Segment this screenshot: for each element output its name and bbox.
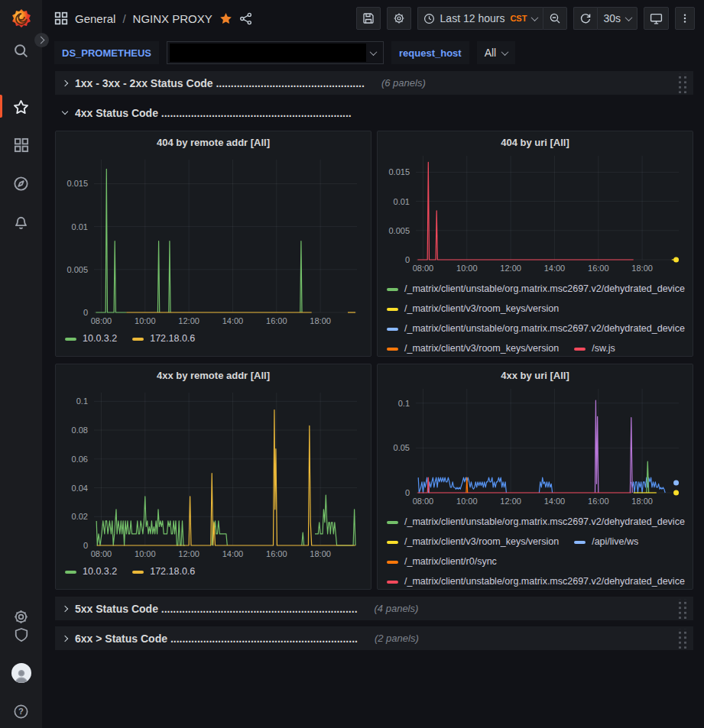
series-line xyxy=(595,400,599,493)
chart-svg: 00.050.108:0010:0012:0014:0016:0018:00 xyxy=(382,383,688,510)
panel-title[interactable]: 4xx by uri [All] xyxy=(378,364,693,383)
star-icon xyxy=(13,99,29,115)
chevron-down-icon xyxy=(62,108,68,115)
panel-title[interactable]: 404 by remote addr [All] xyxy=(56,131,371,154)
legend-label: /_matrix/client/v3/room_keys/version xyxy=(404,341,559,356)
breadcrumb-section[interactable]: General xyxy=(75,12,115,25)
compass-icon xyxy=(13,176,29,192)
legend-item[interactable]: /api/live/ws xyxy=(574,535,638,549)
search-icon xyxy=(13,43,29,59)
sidebar-item-dashboards[interactable] xyxy=(0,136,42,154)
gear-icon xyxy=(393,12,405,24)
zoom-out-button[interactable] xyxy=(543,7,567,30)
legend-item[interactable]: /_matrix/client/unstable/org.matrix.msc2… xyxy=(387,322,685,336)
x-axis-tick-label: 16:00 xyxy=(588,497,609,506)
sidebar-item-settings[interactable] xyxy=(0,607,42,626)
legend-item[interactable]: /_matrix/client/r0/sync xyxy=(387,555,497,569)
panel-4xx-by-uri: 4xx by uri [All] 00.050.108:0010:0012:00… xyxy=(377,364,693,590)
share-icon[interactable] xyxy=(239,12,252,25)
chart-canvas[interactable]: 00.020.040.060.080.108:0010:0012:0014:00… xyxy=(60,387,366,562)
row-4xx[interactable]: 4xx Status Code ........................… xyxy=(55,101,693,125)
legend-item[interactable]: /_matrix/client/v3/room_keys/version xyxy=(387,302,559,316)
y-axis-tick-label: 0.005 xyxy=(388,226,410,235)
refresh-controls: 30s xyxy=(573,7,637,30)
y-axis-tick-label: 0 xyxy=(405,255,410,264)
chart-legend: /_matrix/client/unstable/org.matrix.msc2… xyxy=(378,280,693,356)
legend-label: /_matrix/client/v3/room_keys/version xyxy=(404,535,559,549)
chevron-right-icon xyxy=(62,635,68,641)
x-axis-tick-label: 12:00 xyxy=(178,316,200,325)
row-panel-count: (6 panels) xyxy=(381,77,426,89)
row-5xx[interactable]: 5xx Status Code ........................… xyxy=(55,597,693,620)
chart-canvas[interactable]: 00.0050.010.01508:0010:0012:0014:0016:00… xyxy=(382,150,688,280)
zoom-out-icon xyxy=(549,12,561,24)
x-axis-tick-label: 18:00 xyxy=(310,549,331,558)
panel-title[interactable]: 4xx by remote addr [All] xyxy=(56,364,371,387)
drag-handle-icon[interactable] xyxy=(676,599,687,619)
legend-swatch xyxy=(132,571,144,574)
breadcrumb-title[interactable]: NGINX PROXY xyxy=(133,12,212,25)
apps-icon xyxy=(54,11,68,25)
x-axis-tick-label: 10:00 xyxy=(135,549,156,558)
legend-label: /_matrix/client/unstable/org.matrix.msc2… xyxy=(404,282,685,296)
legend-item[interactable]: 172.18.0.6 xyxy=(132,332,195,346)
favorite-star-icon[interactable] xyxy=(219,12,232,25)
legend-label: 172.18.0.6 xyxy=(150,565,195,579)
sidebar-item-search[interactable] xyxy=(0,41,42,60)
chevron-down-icon xyxy=(625,14,633,21)
refresh-interval-picker[interactable]: 30s xyxy=(597,7,637,30)
x-axis-tick-label: 08:00 xyxy=(91,549,112,558)
legend-item[interactable]: /_matrix/client/unstable/org.matrix.msc2… xyxy=(387,282,685,296)
sidebar-item-profile[interactable] xyxy=(0,664,42,682)
legend-swatch xyxy=(387,521,398,524)
legend-item[interactable]: 172.18.0.6 xyxy=(132,565,195,579)
chart-canvas[interactable]: 00.0050.010.01508:0010:0012:0014:0016:00… xyxy=(60,154,366,329)
refresh-button[interactable] xyxy=(573,7,597,30)
legend-item[interactable]: /_matrix/client/unstable/org.matrix.msc2… xyxy=(387,515,685,529)
more-options-button[interactable] xyxy=(675,7,695,30)
sidebar-item-alerting[interactable] xyxy=(0,212,42,231)
legend-item[interactable]: /_matrix/client/unstable/org.matrix.msc2… xyxy=(387,574,685,589)
series-line xyxy=(647,461,649,493)
shield-icon xyxy=(14,627,29,642)
sidebar: ? xyxy=(0,0,42,728)
drag-handle-icon[interactable] xyxy=(676,73,687,93)
legend-item[interactable]: 10.0.3.2 xyxy=(65,565,117,579)
datasource-select[interactable] xyxy=(167,41,384,64)
x-axis-tick-label: 14:00 xyxy=(544,497,566,506)
row-title: 5xx Status Code ........................… xyxy=(75,603,358,615)
series-line xyxy=(315,495,355,545)
save-dashboard-button[interactable] xyxy=(356,7,381,30)
x-axis-tick-label: 14:00 xyxy=(222,316,244,325)
legend-item[interactable]: /sw.js xyxy=(574,341,615,356)
legend-swatch xyxy=(574,348,586,351)
x-axis-tick-label: 18:00 xyxy=(310,316,331,325)
legend-item[interactable]: 10.0.3.2 xyxy=(65,332,117,346)
dashboard-settings-button[interactable] xyxy=(387,7,411,30)
drag-handle-icon[interactable] xyxy=(676,629,687,649)
refresh-interval-label: 30s xyxy=(603,12,621,24)
sidebar-item-explore[interactable] xyxy=(0,174,42,193)
dashboards-grid-icon xyxy=(14,138,29,153)
cycle-view-mode-button[interactable] xyxy=(644,7,669,30)
sidebar-item-help[interactable]: ? xyxy=(0,702,42,720)
series-line xyxy=(302,532,304,545)
chart-canvas[interactable]: 00.050.108:0010:0012:0014:0016:0018:00 xyxy=(382,383,688,513)
grafana-logo[interactable] xyxy=(10,8,33,31)
save-icon xyxy=(362,12,375,24)
legend-item[interactable]: /_matrix/client/v3/room_keys/version xyxy=(387,341,559,356)
row-title: 4xx Status Code ........................… xyxy=(75,107,352,119)
row-panel-count: (4 panels) xyxy=(375,603,419,614)
datasource-value-redacted xyxy=(170,44,366,62)
request-host-select[interactable]: All xyxy=(477,41,516,64)
row-1xx-3xx-2xx[interactable]: 1xx - 3xx - 2xx Status Code ............… xyxy=(55,71,693,95)
sidebar-item-starred[interactable] xyxy=(0,98,42,116)
panel-title[interactable]: 404 by uri [All] xyxy=(378,131,693,150)
sidebar-item-server-admin[interactable] xyxy=(0,626,42,644)
legend-item[interactable]: /_matrix/client/v3/room_keys/version xyxy=(387,535,559,549)
row-title: 1xx - 3xx - 2xx Status Code ............… xyxy=(75,77,365,89)
time-range-picker[interactable]: Last 12 hours CST xyxy=(417,7,543,30)
chart-svg: 00.0050.010.01508:0010:0012:0014:0016:00… xyxy=(382,150,688,277)
row-6xx[interactable]: 6xx > Status Code ......................… xyxy=(55,626,693,650)
legend-swatch xyxy=(387,541,398,544)
